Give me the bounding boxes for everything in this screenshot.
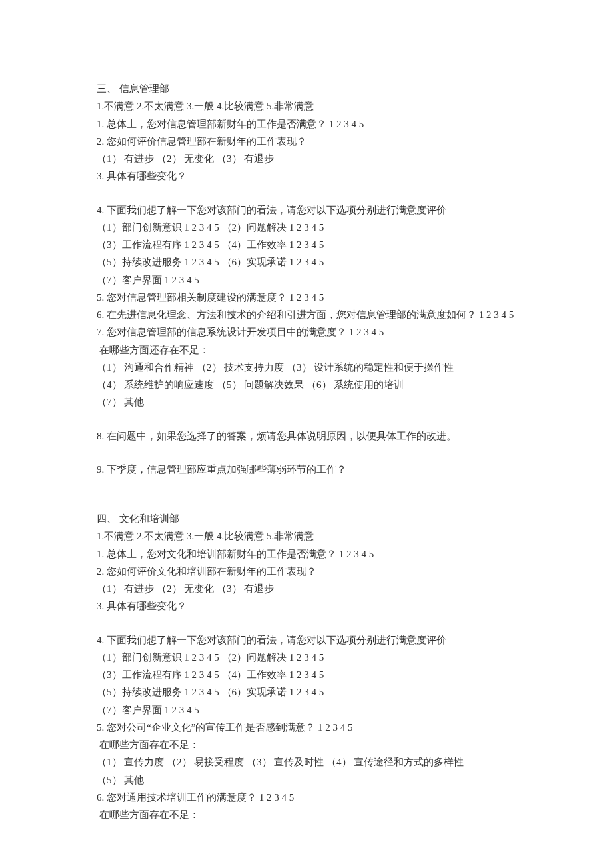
section-4: 四、 文化和培训部 1.不满意 2.不太满意 3.一般 4.比较满意 5.非常满… — [97, 510, 516, 823]
section-3-q2-options: （1） 有进步 （2） 无变化 （3） 有退步 — [97, 150, 516, 167]
section-3-q7-line3: （7） 其他 — [97, 393, 516, 411]
section-4-q5-line1: （1） 宣传力度 （2） 易接受程度 （3） 宣传及时性 （4） 宣传途径和方式… — [97, 753, 516, 771]
section-3-q7-line1: （1） 沟通和合作精神 （2） 技术支持力度 （3） 设计系统的稳定性和便于操作… — [97, 359, 516, 376]
section-4-q3: 3. 具体有哪些变化？ — [97, 597, 516, 615]
section-3-q9: 9. 下季度，信息管理部应重点加强哪些薄弱环节的工作？ — [97, 461, 516, 478]
section-3-q4-line1: （1）部门创新意识 1 2 3 4 5 （2）问题解决 1 2 3 4 5 — [97, 219, 516, 236]
section-3-q8: 8. 在问题中，如果您选择了的答案，烦请您具体说明原因，以便具体工作的改进。 — [97, 427, 516, 445]
section-4-q6: 6. 您对通用技术培训工作的满意度？ 1 2 3 4 5 — [97, 789, 516, 806]
blank-line — [97, 445, 516, 461]
section-4-q2: 2. 您如何评价文化和培训部在新财年的工作表现？ — [97, 563, 516, 580]
section-4-q5-deficit: 在哪些方面存在不足： — [97, 736, 516, 753]
section-4-q5-line2: （5） 其他 — [97, 771, 516, 789]
section-3-q1: 1. 总体上，您对信息管理部新财年的工作是否满意？ 1 2 3 4 5 — [97, 115, 516, 133]
section-3-q4-line2: （3）工作流程有序 1 2 3 4 5 （4）工作效率 1 2 3 4 5 — [97, 236, 516, 253]
blank-line — [97, 411, 516, 427]
section-4-q6-deficit: 在哪些方面存在不足： — [97, 806, 516, 823]
section-3-q5: 5. 您对信息管理部相关制度建设的满意度？ 1 2 3 4 5 — [97, 289, 516, 306]
section-4-q4-line1: （1）部门创新意识 1 2 3 4 5 （2）问题解决 1 2 3 4 5 — [97, 649, 516, 666]
blank-line — [97, 185, 516, 201]
section-3-q7-deficit: 在哪些方面还存在不足： — [97, 341, 516, 359]
section-3-q4: 4. 下面我们想了解一下您对该部门的看法，请您对以下选项分别进行满意度评价 — [97, 201, 516, 219]
section-4-scale: 1.不满意 2.不太满意 3.一般 4.比较满意 5.非常满意 — [97, 527, 516, 545]
section-3: 三、 信息管理部 1.不满意 2.不太满意 3.一般 4.比较满意 5.非常满意… — [97, 80, 516, 478]
section-3-q4-line3: （5）持续改进服务 1 2 3 4 5 （6）实现承诺 1 2 3 4 5 — [97, 253, 516, 271]
section-3-q4-line4: （7）客户界面 1 2 3 4 5 — [97, 271, 516, 289]
section-3-q2: 2. 您如何评价信息管理部在新财年的工作表现？ — [97, 133, 516, 150]
blank-line — [97, 615, 516, 631]
section-4-q4-line3: （5）持续改进服务 1 2 3 4 5 （6）实现承诺 1 2 3 4 5 — [97, 683, 516, 701]
section-divider — [97, 478, 516, 510]
section-4-q5: 5. 您对公司“企业文化”的宣传工作是否感到满意？ 1 2 3 4 5 — [97, 719, 516, 736]
section-3-scale: 1.不满意 2.不太满意 3.一般 4.比较满意 5.非常满意 — [97, 97, 516, 115]
section-3-q6: 6. 在先进信息化理念、方法和技术的介绍和引进方面，您对信息管理部的满意度如何？… — [97, 306, 516, 323]
section-3-q7-line2: （4） 系统维护的响应速度 （5） 问题解决效果 （6） 系统使用的培训 — [97, 376, 516, 393]
section-4-q1: 1. 总体上，您对文化和培训部新财年的工作是否满意？ 1 2 3 4 5 — [97, 545, 516, 563]
section-4-title: 四、 文化和培训部 — [97, 510, 516, 527]
section-3-title: 三、 信息管理部 — [97, 80, 516, 97]
section-3-q3: 3. 具体有哪些变化？ — [97, 167, 516, 185]
section-4-q4-line4: （7）客户界面 1 2 3 4 5 — [97, 701, 516, 719]
section-4-q4: 4. 下面我们想了解一下您对该部门的看法，请您对以下选项分别进行满意度评价 — [97, 631, 516, 649]
section-3-q7: 7. 您对信息管理部的信息系统设计开发项目中的满意度？ 1 2 3 4 5 — [97, 323, 516, 341]
section-4-q2-options: （1） 有进步 （2） 无变化 （3） 有退步 — [97, 580, 516, 597]
section-4-q4-line2: （3）工作流程有序 1 2 3 4 5 （4）工作效率 1 2 3 4 5 — [97, 666, 516, 683]
